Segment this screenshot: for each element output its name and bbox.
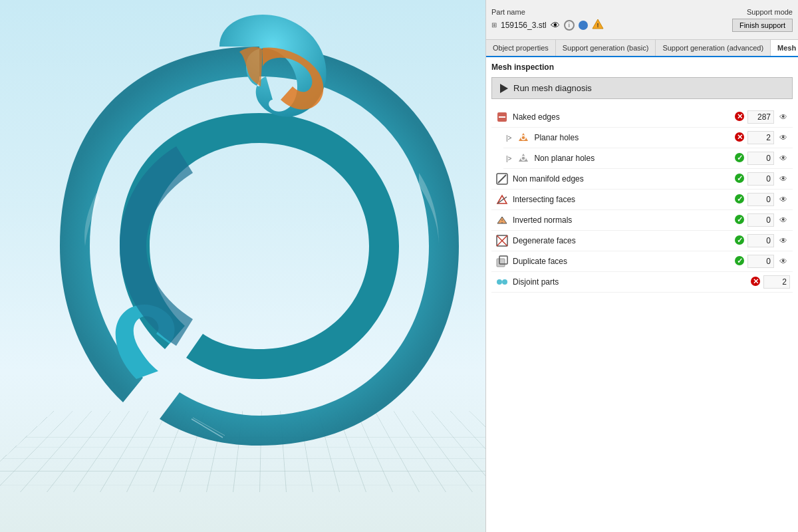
tab-support-basic[interactable]: Support generation (basic) [556,40,656,56]
svg-text:✓: ✓ [737,154,743,162]
support-mode: Support mode Finish support [732,8,793,32]
diag-icon-inverted-normals [494,214,510,226]
diag-row-disjoint-parts: Disjoint parts ✕ 2 [491,272,793,293]
diag-value-disjoint-parts: 2 [763,275,790,289]
status-icon-intersecting-faces: ✓ [734,194,745,206]
diag-label-degenerate-faces: Degenerate faces [513,236,732,245]
svg-text:✓: ✓ [737,257,743,265]
part-icons: 👁 i ! [551,19,604,31]
diagnosis-rows: Naked edges ✕ 287 👁 |> Planar holes ✕ 2 … [491,107,793,293]
svg-text:✕: ✕ [753,277,759,285]
diag-icon-intersecting-faces [494,194,510,205]
eye-btn-intersecting-faces[interactable]: 👁 [777,193,790,206]
eye-btn-inverted-normals[interactable]: 👁 [777,213,790,227]
diag-icon-disjoint-parts [494,276,510,288]
status-icon-planar-holes: ✕ [734,132,745,144]
eye-btn-degenerate-faces[interactable]: 👁 [777,234,790,247]
right-panel: Part name ⊞ 159156_3.stl 👁 i ! [485,0,798,532]
color-dot[interactable] [579,21,588,30]
status-icon-non-manifold-edges: ✓ [734,173,745,186]
diag-label-non-manifold-edges: Non manifold edges [513,174,732,184]
diag-value-non-planar-holes: 0 [747,152,774,165]
diag-value-degenerate-faces: 0 [747,234,774,247]
diag-value-planar-holes: 2 [747,131,774,144]
diag-label-inverted-normals: Inverted normals [513,215,732,225]
diag-label-intersecting-faces: Intersecting faces [513,195,732,204]
eye-btn-non-manifold-edges[interactable]: 👁 [777,172,790,186]
diag-value-non-manifold-edges: 0 [747,172,774,186]
main-content: Mesh inspection Run mesh diagnosis Naked… [486,57,798,532]
indent-arrow: |> [506,134,511,142]
diag-icon-naked-edges [494,111,510,123]
diag-row-non-manifold-edges: Non manifold edges ✓ 0 👁 [491,169,793,190]
svg-point-39 [502,279,507,285]
eye-btn-non-planar-holes[interactable]: 👁 [777,152,790,165]
eye-btn-planar-holes[interactable]: 👁 [777,131,790,144]
indent-arrow: |> [506,155,511,162]
warning-icon[interactable]: ! [592,19,604,31]
diag-value-naked-edges: 287 [747,110,774,124]
diag-label-non-planar-holes: Non planar holes [534,154,732,163]
diag-label-disjoint-parts: Disjoint parts [513,277,747,287]
diag-row-planar-holes: |> Planar holes ✕ 2 👁 [503,128,793,148]
status-icon-naked-edges: ✕ [734,111,745,124]
run-diagnosis-button[interactable]: Run mesh diagnosis [491,77,793,99]
info-icon[interactable]: i [564,20,575,31]
tab-object-properties[interactable]: Object properties [486,40,556,56]
status-icon-degenerate-faces: ✓ [734,235,745,247]
diag-row-intersecting-faces: Intersecting faces ✓ 0 👁 [491,190,793,210]
diag-icon-degenerate-faces [494,235,510,247]
support-mode-label: Support mode [747,8,793,16]
tabs-bar: Object properties Support generation (ba… [486,40,798,57]
diag-label-naked-edges: Naked edges [513,112,732,122]
top-bar: Part name ⊞ 159156_3.stl 👁 i ! [486,0,798,40]
status-icon-duplicate-faces: ✓ [734,255,745,268]
diag-icon-non-planar-holes [515,152,531,164]
diag-value-inverted-normals: 0 [747,213,774,227]
svg-text:✓: ✓ [737,174,743,182]
3d-viewport[interactable] [0,0,485,532]
diag-label-planar-holes: Planar holes [534,133,732,142]
diag-row-degenerate-faces: Degenerate faces ✓ 0 👁 [491,231,793,251]
run-diagnosis-label: Run mesh diagnosis [513,83,592,93]
part-info: Part name ⊞ 159156_3.stl 👁 i ! [491,8,604,31]
finish-support-button[interactable]: Finish support [732,19,793,32]
diag-row-non-planar-holes: |> Non planar holes ✓ 0 👁 [503,148,793,169]
visibility-icon[interactable]: 👁 [551,20,560,31]
3d-ring-model [33,7,485,512]
svg-point-38 [497,279,502,285]
diag-label-duplicate-faces: Duplicate faces [513,257,732,266]
diag-value-intersecting-faces: 0 [747,193,774,206]
mesh-inspection-title: Mesh inspection [491,63,793,72]
diag-value-duplicate-faces: 0 [747,255,774,268]
svg-text:✕: ✕ [737,112,743,120]
diag-row-duplicate-faces: Duplicate faces ✓ 0 👁 [491,251,793,272]
svg-text:✕: ✕ [737,133,743,141]
diag-icon-non-manifold-edges [494,173,510,185]
play-icon [500,84,508,93]
eye-btn-duplicate-faces[interactable]: 👁 [777,255,790,268]
status-icon-non-planar-holes: ✓ [734,152,745,165]
status-icon-inverted-normals: ✓ [734,214,745,227]
status-icon-disjoint-parts: ✕ [750,276,761,289]
svg-text:✓: ✓ [737,236,743,244]
expand-icon[interactable]: ⊞ [491,21,497,29]
eye-btn-naked-edges[interactable]: 👁 [777,110,790,124]
diag-icon-planar-holes [515,132,531,144]
svg-text:✓: ✓ [737,215,743,223]
part-name-row: ⊞ 159156_3.stl 👁 i ! [491,19,604,31]
svg-text:!: ! [597,22,598,29]
tab-support-advanced[interactable]: Support generation (advanced) [656,40,771,56]
svg-text:✓: ✓ [737,195,743,203]
diag-row-naked-edges: Naked edges ✕ 287 👁 [491,107,793,128]
part-name-label: Part name [491,8,604,16]
tab-mesh-diagnosis[interactable]: Mesh diagnosis [771,40,798,57]
part-filename: 159156_3.stl [501,21,547,30]
diag-row-inverted-normals: Inverted normals ✓ 0 👁 [491,210,793,231]
svg-line-17 [498,175,506,183]
diag-icon-duplicate-faces [494,255,510,267]
svg-rect-34 [497,259,505,267]
